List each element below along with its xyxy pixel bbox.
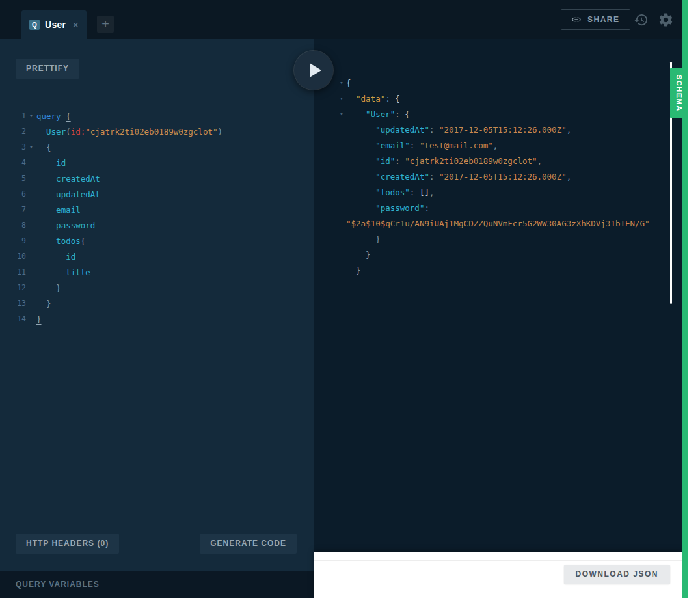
tab-user[interactable]: Q User × xyxy=(21,10,87,39)
line-number: 11 xyxy=(9,267,26,277)
code-line: "updatedAt": "2017-12-05T15:12:26.000Z", xyxy=(337,122,667,137)
code-line: 1▾query { xyxy=(9,108,311,124)
code-line: } xyxy=(337,247,667,262)
code-line: "id": "cjatrk2ti02eb0189w0zgclot", xyxy=(337,153,667,169)
line-number: 12 xyxy=(9,283,26,292)
line-number: 3 xyxy=(9,143,26,152)
response-footer: DOWNLOAD JSON xyxy=(314,552,682,598)
line-number: 9 xyxy=(9,236,26,245)
fold-arrow-icon[interactable]: ▾ xyxy=(26,113,36,119)
generate-code-button[interactable]: GENERATE CODE xyxy=(200,534,297,554)
query-variables-bar[interactable]: QUERY VARIABLES xyxy=(0,571,314,598)
code-line: 11 title xyxy=(9,264,311,280)
fold-arrow-icon[interactable]: ▾ xyxy=(337,111,346,117)
fold-arrow-icon[interactable]: ▾ xyxy=(337,95,346,102)
query-variables-label: QUERY VARIABLES xyxy=(16,580,100,589)
schema-tab[interactable]: SCHEMA xyxy=(670,68,688,118)
http-headers-button[interactable]: HTTP HEADERS (0) xyxy=(16,534,119,554)
code-line: "$2a$10$qCr1u/AN9iUAj1MgCDZZQuNVmFcr5G2W… xyxy=(337,215,667,231)
response-viewer: ▾{▾ "data": {▾ "User": { "updatedAt": "2… xyxy=(337,75,667,278)
query-editor[interactable]: 1▾query {2 User(id:"cjatrk2ti02eb0189w0z… xyxy=(9,108,311,327)
share-button[interactable]: SHARE xyxy=(561,9,630,30)
execute-query-button[interactable] xyxy=(294,51,333,90)
code-line: } xyxy=(337,231,667,247)
query-editor-pane: PRETTIFY 1▾query {2 User(id:"cjatrk2ti02… xyxy=(0,39,314,598)
download-json-button[interactable]: DOWNLOAD JSON xyxy=(564,565,671,584)
code-line: "createdAt": "2017-12-05T15:12:26.000Z", xyxy=(337,169,667,184)
code-line: 6 updatedAt xyxy=(9,186,311,202)
code-line: 9 todos{ xyxy=(9,233,311,249)
code-line: "password": xyxy=(337,200,667,215)
line-number: 2 xyxy=(9,127,26,136)
line-number: 13 xyxy=(9,299,26,308)
new-tab-button[interactable]: + xyxy=(97,16,114,33)
code-line: 4 id xyxy=(9,155,311,170)
code-line: 13 } xyxy=(9,295,311,311)
play-icon xyxy=(310,63,321,77)
line-number: 6 xyxy=(9,189,26,198)
line-number: 7 xyxy=(9,205,26,214)
code-line: 8 password xyxy=(9,217,311,233)
code-line: ▾ "data": { xyxy=(337,90,667,106)
history-button[interactable] xyxy=(630,8,652,31)
link-icon xyxy=(571,14,582,25)
line-number: 1 xyxy=(9,111,26,120)
prettify-button[interactable]: PRETTIFY xyxy=(16,59,79,79)
gear-icon xyxy=(658,12,674,28)
code-line: "email": "test@mail.com", xyxy=(337,137,667,153)
code-line: 2 User(id:"cjatrk2ti02eb0189w0zgclot") xyxy=(9,124,311,139)
history-icon xyxy=(634,12,649,27)
line-number: 4 xyxy=(9,158,26,167)
tab-title: User xyxy=(45,20,66,30)
fold-arrow-icon[interactable]: ▾ xyxy=(26,144,36,150)
tab-close-icon[interactable]: × xyxy=(72,20,79,31)
code-line: ▾ "User": { xyxy=(337,106,667,122)
code-line: 3▾ { xyxy=(9,139,311,155)
fold-arrow-icon[interactable]: ▾ xyxy=(337,79,346,86)
share-label: SHARE xyxy=(587,15,620,24)
code-line: } xyxy=(337,262,667,278)
response-pane: ▾{▾ "data": {▾ "User": { "updatedAt": "2… xyxy=(314,39,682,598)
schema-tab-label: SCHEMA xyxy=(675,75,683,112)
code-line: 12 } xyxy=(9,280,311,295)
line-number: 8 xyxy=(9,221,26,230)
query-badge-icon: Q xyxy=(29,20,40,30)
topbar: Q User × + SHARE xyxy=(0,0,688,39)
graphql-playground-app: Q User × + SHARE PRETTIFY 1▾query {2 Use… xyxy=(0,0,688,598)
code-line: 14} xyxy=(9,311,311,327)
settings-button[interactable] xyxy=(654,8,677,31)
code-line: ▾{ xyxy=(337,75,667,90)
code-line: 10 id xyxy=(9,249,311,264)
code-line: "todos": [], xyxy=(337,184,667,200)
code-line: 7 email xyxy=(9,202,311,217)
line-number: 5 xyxy=(9,174,26,183)
line-number: 14 xyxy=(9,314,26,323)
code-line: 5 createdAt xyxy=(9,170,311,186)
line-number: 10 xyxy=(9,252,26,261)
